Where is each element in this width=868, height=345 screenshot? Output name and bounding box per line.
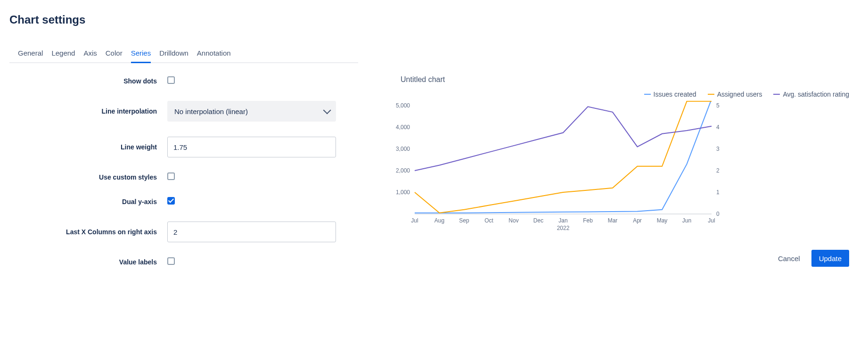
line-weight-input[interactable] bbox=[167, 137, 336, 157]
dual-y-axis-label: Dual y-axis bbox=[9, 198, 167, 205]
svg-text:2,000: 2,000 bbox=[396, 167, 410, 174]
line-chart: 1,0002,0003,0004,0005,000012345JulAugSep… bbox=[386, 101, 730, 233]
legend-item[interactable]: Issues created bbox=[644, 90, 696, 98]
legend-swatch bbox=[644, 94, 651, 95]
svg-text:4,000: 4,000 bbox=[396, 124, 410, 131]
legend-swatch bbox=[708, 94, 714, 95]
legend-label: Avg. satisfaction rating bbox=[783, 90, 849, 98]
show-dots-checkbox[interactable] bbox=[167, 76, 175, 84]
svg-text:5,000: 5,000 bbox=[396, 102, 410, 109]
svg-text:Jul: Jul bbox=[708, 217, 715, 224]
svg-text:1,000: 1,000 bbox=[396, 189, 410, 196]
svg-text:0: 0 bbox=[716, 211, 720, 217]
cancel-button[interactable]: Cancel bbox=[770, 250, 808, 267]
svg-text:Feb: Feb bbox=[583, 217, 593, 224]
legend-swatch bbox=[773, 94, 780, 95]
legend-label: Issues created bbox=[654, 90, 696, 98]
use-custom-styles-checkbox[interactable] bbox=[167, 172, 175, 180]
value-labels-checkbox[interactable] bbox=[167, 257, 175, 265]
tab-series[interactable]: Series bbox=[131, 46, 151, 63]
chart-title: Untitled chart bbox=[386, 75, 859, 84]
svg-text:2: 2 bbox=[716, 167, 720, 174]
series-form: Show dots Line interpolation No interpol… bbox=[9, 76, 358, 267]
svg-text:May: May bbox=[657, 217, 668, 224]
dual-y-axis-checkbox[interactable] bbox=[167, 197, 175, 205]
tabs: GeneralLegendAxisColorSeriesDrilldownAnn… bbox=[9, 45, 358, 63]
tab-color[interactable]: Color bbox=[106, 46, 123, 63]
svg-text:Jun: Jun bbox=[682, 217, 691, 224]
svg-text:Nov: Nov bbox=[508, 217, 518, 224]
svg-text:3: 3 bbox=[716, 146, 720, 152]
update-button[interactable]: Update bbox=[811, 250, 849, 267]
svg-text:Jul: Jul bbox=[411, 217, 418, 224]
svg-text:3,000: 3,000 bbox=[396, 146, 410, 152]
line-weight-label: Line weight bbox=[9, 143, 167, 151]
show-dots-label: Show dots bbox=[9, 77, 167, 85]
svg-text:Dec: Dec bbox=[533, 217, 543, 224]
legend-label: Assigned users bbox=[717, 90, 762, 98]
tab-drilldown[interactable]: Drilldown bbox=[159, 46, 188, 63]
svg-text:Jan: Jan bbox=[558, 217, 567, 224]
tab-legend[interactable]: Legend bbox=[51, 46, 75, 63]
svg-text:5: 5 bbox=[716, 102, 720, 109]
last-x-columns-label: Last X Columns on right axis bbox=[9, 228, 167, 236]
tab-annotation[interactable]: Annotation bbox=[197, 46, 231, 63]
use-custom-styles-label: Use custom styles bbox=[9, 173, 167, 181]
page-title: Chart settings bbox=[9, 13, 358, 26]
legend-item[interactable]: Assigned users bbox=[708, 90, 762, 98]
tab-general[interactable]: General bbox=[18, 46, 43, 63]
tab-axis[interactable]: Axis bbox=[83, 46, 97, 63]
svg-text:4: 4 bbox=[716, 124, 720, 131]
svg-text:Oct: Oct bbox=[484, 217, 493, 224]
chevron-down-icon bbox=[323, 106, 331, 114]
svg-text:Apr: Apr bbox=[633, 217, 642, 224]
svg-text:1: 1 bbox=[716, 189, 720, 196]
line-interpolation-label: Line interpolation bbox=[9, 107, 167, 115]
line-interpolation-select[interactable]: No interpolation (linear) bbox=[167, 101, 336, 122]
value-labels-label: Value labels bbox=[9, 258, 167, 266]
last-x-columns-input[interactable] bbox=[167, 222, 336, 242]
legend-item[interactable]: Avg. satisfaction rating bbox=[773, 90, 849, 98]
svg-text:2022: 2022 bbox=[557, 225, 570, 231]
svg-text:Aug: Aug bbox=[434, 217, 444, 224]
svg-text:Sep: Sep bbox=[459, 217, 469, 224]
svg-text:Mar: Mar bbox=[608, 217, 618, 224]
chart-legend: Issues createdAssigned usersAvg. satisfa… bbox=[386, 90, 859, 98]
line-interpolation-value: No interpolation (linear) bbox=[174, 107, 248, 115]
